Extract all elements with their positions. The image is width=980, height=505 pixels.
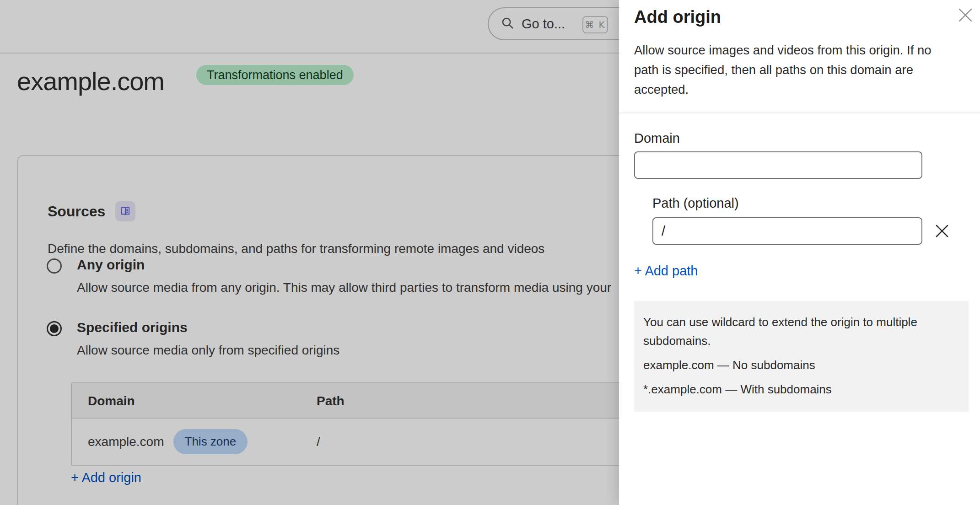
wildcard-info-text: You can use wildcard to extend the origi…	[643, 313, 961, 350]
domain-input[interactable]	[634, 151, 922, 179]
add-origin-panel: Add origin Allow source images and video…	[619, 0, 980, 505]
panel-description: Allow source images and videos from this…	[634, 40, 978, 99]
wildcard-example-with-subdomains: *.example.com — With subdomains	[643, 380, 961, 399]
path-field-label: Path (optional)	[652, 196, 739, 211]
close-icon[interactable]	[958, 7, 973, 23]
wildcard-example-no-subdomains: example.com — No subdomains	[643, 356, 961, 375]
panel-title: Add origin	[634, 7, 721, 27]
path-input[interactable]	[652, 217, 922, 245]
remove-path-icon[interactable]	[934, 223, 950, 239]
domain-field-label: Domain	[634, 131, 680, 146]
wildcard-info-box: You can use wildcard to extend the origi…	[634, 301, 969, 412]
add-path-link[interactable]: + Add path	[634, 263, 698, 279]
divider	[619, 113, 980, 113]
app-root: Go to... ⌘ K example.com Transformations…	[0, 0, 980, 505]
